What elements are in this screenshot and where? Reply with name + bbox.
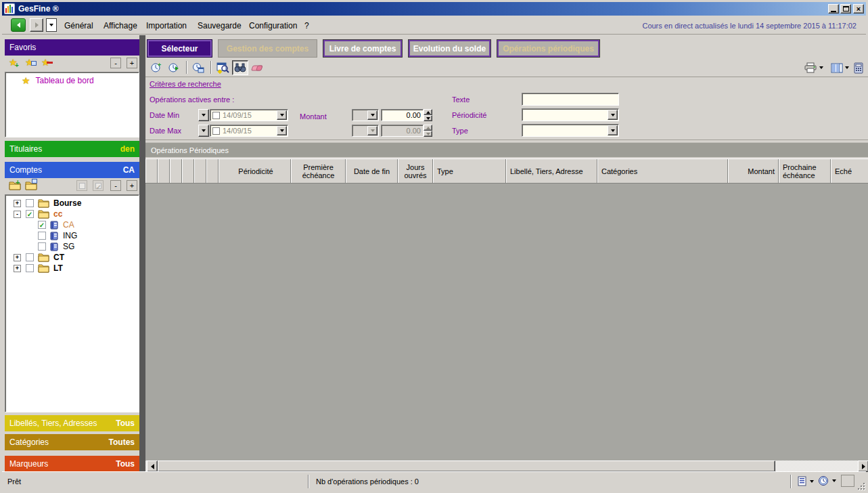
tree-label[interactable]: CA bbox=[63, 220, 74, 230]
tree-checkbox[interactable] bbox=[38, 242, 46, 251]
calculator-button[interactable] bbox=[850, 60, 867, 75]
montant-value-input[interactable]: 0.00 bbox=[381, 109, 424, 121]
back-button[interactable] bbox=[11, 18, 26, 32]
status-list-button[interactable] bbox=[798, 476, 814, 486]
date-max-checkbox[interactable] bbox=[212, 127, 220, 135]
scroll-right-button[interactable] bbox=[858, 460, 868, 472]
grid-column-libelle-tiers-adresse[interactable]: Libellé, Tiers, Adresse bbox=[506, 159, 597, 183]
menu-help[interactable]: ? bbox=[304, 21, 309, 30]
grid-column-date-de-fin[interactable]: Date de fin bbox=[346, 159, 398, 183]
collapse-icon[interactable]: - bbox=[14, 211, 21, 218]
type-arrow-button[interactable] bbox=[608, 125, 618, 135]
grid-column-categories[interactable]: Catégories bbox=[597, 159, 728, 183]
tab-operations-periodiques[interactable]: Opérations périodiques bbox=[497, 39, 600, 58]
favorite-remove-button[interactable]: ★ bbox=[41, 58, 50, 67]
erase-criteria-button[interactable] bbox=[250, 60, 266, 75]
periodicite-arrow-button[interactable] bbox=[608, 110, 618, 120]
favoris-collapse-all-button[interactable]: - bbox=[110, 58, 121, 68]
maximize-button[interactable] bbox=[840, 4, 851, 14]
grid-column-echeancier[interactable]: Eché bbox=[831, 159, 868, 183]
comptes-collapse-all-button[interactable]: - bbox=[110, 180, 121, 191]
favorite-item-label[interactable]: Tableau de bord bbox=[36, 76, 94, 85]
periodicite-dropdown[interactable] bbox=[522, 108, 619, 121]
expand-icon[interactable]: + bbox=[14, 265, 21, 272]
tree-row[interactable]: SG bbox=[38, 241, 74, 252]
tree-checkbox[interactable] bbox=[26, 199, 34, 207]
tree-checkbox-checked[interactable]: ✓ bbox=[38, 221, 46, 229]
menu-configuration[interactable]: Configuration bbox=[249, 21, 297, 30]
tab-evolution-du-solde[interactable]: Evolution du solde bbox=[408, 39, 491, 58]
menu-sauvegarde[interactable]: Sauvegarde bbox=[198, 21, 242, 30]
favorite-add-button[interactable]: ★+ bbox=[9, 58, 18, 67]
sidebar-splitter[interactable] bbox=[139, 35, 145, 472]
horizontal-scrollbar[interactable] bbox=[145, 460, 868, 472]
date-min-calendar-button[interactable] bbox=[277, 110, 287, 120]
grid-column-header[interactable] bbox=[158, 159, 170, 183]
check-all-button[interactable]: ✓ bbox=[93, 180, 104, 191]
libelles-panel-header[interactable]: Libellés, Tiers, Adresses Tous bbox=[5, 415, 139, 431]
favoris-expand-all-button[interactable]: + bbox=[127, 58, 137, 68]
grid-column-header[interactable] bbox=[194, 159, 206, 183]
account-add-button[interactable]: + bbox=[9, 180, 21, 190]
tree-checkbox[interactable] bbox=[26, 264, 34, 272]
tree-row[interactable]: + Bourse bbox=[14, 198, 81, 209]
columns-button[interactable] bbox=[829, 60, 850, 75]
grid-column-jours-ouvres[interactable]: Jours ouvrés bbox=[398, 159, 433, 183]
tree-checkbox[interactable] bbox=[26, 253, 34, 261]
minimize-button[interactable] bbox=[828, 4, 839, 14]
montant2-value-input[interactable]: 0.00 bbox=[381, 125, 424, 137]
favoris-panel-header[interactable]: Favoris bbox=[5, 39, 139, 56]
spinner-down-icon[interactable] bbox=[424, 115, 432, 121]
criteria-link[interactable]: Critères de recherche bbox=[150, 80, 221, 88]
expand-icon[interactable]: + bbox=[14, 254, 21, 261]
menu-importation[interactable]: Importation bbox=[146, 21, 187, 30]
grid-column-header[interactable] bbox=[206, 159, 219, 183]
status-indicator-box[interactable] bbox=[841, 475, 854, 487]
grid-column-montant[interactable]: Montant bbox=[728, 159, 779, 183]
edit-operation-button[interactable] bbox=[166, 60, 182, 75]
grid-column-periodicite[interactable]: Périodicité bbox=[219, 159, 291, 183]
categories-panel-header[interactable]: Catégories Toutes bbox=[5, 434, 139, 450]
nav-history-dropdown[interactable] bbox=[46, 18, 57, 32]
find-button[interactable] bbox=[232, 60, 248, 75]
scrollbar-thumb[interactable] bbox=[158, 460, 775, 472]
resize-grip-icon[interactable] bbox=[856, 481, 865, 490]
type-dropdown[interactable] bbox=[522, 124, 619, 137]
title-bar[interactable]: GesFine ® × bbox=[2, 2, 866, 16]
grid-column-prochaine-echeance[interactable]: Prochaine échéance bbox=[779, 159, 831, 183]
duplicate-operation-button[interactable] bbox=[190, 60, 206, 75]
tree-row[interactable]: ING bbox=[38, 230, 77, 241]
tree-label[interactable]: cc bbox=[53, 209, 62, 219]
grid-column-type[interactable]: Type bbox=[433, 159, 506, 183]
print-button[interactable] bbox=[803, 60, 825, 75]
date-min-checkbox[interactable] bbox=[212, 112, 220, 119]
texte-input[interactable] bbox=[522, 93, 619, 106]
close-button[interactable]: × bbox=[853, 4, 864, 14]
menu-general[interactable]: Général bbox=[64, 21, 93, 30]
grid-column-header[interactable] bbox=[170, 159, 182, 183]
favorite-open-button[interactable]: ★ bbox=[25, 58, 34, 67]
tree-label[interactable]: Bourse bbox=[53, 198, 81, 208]
tree-row[interactable]: - ✓ cc bbox=[14, 209, 62, 219]
date-min-operator-dropdown[interactable] bbox=[198, 109, 209, 121]
date-min-field[interactable]: 14/09/15 bbox=[210, 109, 288, 121]
expand-icon[interactable]: + bbox=[14, 200, 21, 207]
tree-label[interactable]: SG bbox=[63, 242, 74, 251]
grid-body-empty[interactable] bbox=[145, 184, 868, 460]
grid-column-premiere-echeance[interactable]: Première échéance bbox=[291, 159, 346, 183]
view-criteria-button[interactable] bbox=[214, 60, 231, 75]
date-max-calendar-button[interactable] bbox=[277, 126, 287, 135]
montant2-spinner[interactable] bbox=[424, 125, 432, 137]
tab-selecteur[interactable]: Sélecteur bbox=[147, 39, 212, 58]
tree-label[interactable]: LT bbox=[53, 263, 63, 273]
tree-checkbox-checked[interactable]: ✓ bbox=[26, 210, 34, 218]
grid-column-header[interactable] bbox=[145, 159, 158, 183]
comptes-panel-header[interactable]: Comptes CA bbox=[5, 162, 139, 178]
status-clock-button[interactable] bbox=[818, 475, 836, 486]
marqueurs-panel-header[interactable]: Marqueurs Tous bbox=[5, 456, 139, 472]
account-open-button[interactable] bbox=[25, 180, 37, 190]
forward-button[interactable] bbox=[30, 18, 43, 32]
tree-checkbox[interactable] bbox=[38, 232, 46, 240]
tree-row[interactable]: + LT bbox=[14, 263, 63, 274]
add-operation-button[interactable]: + bbox=[148, 60, 164, 75]
